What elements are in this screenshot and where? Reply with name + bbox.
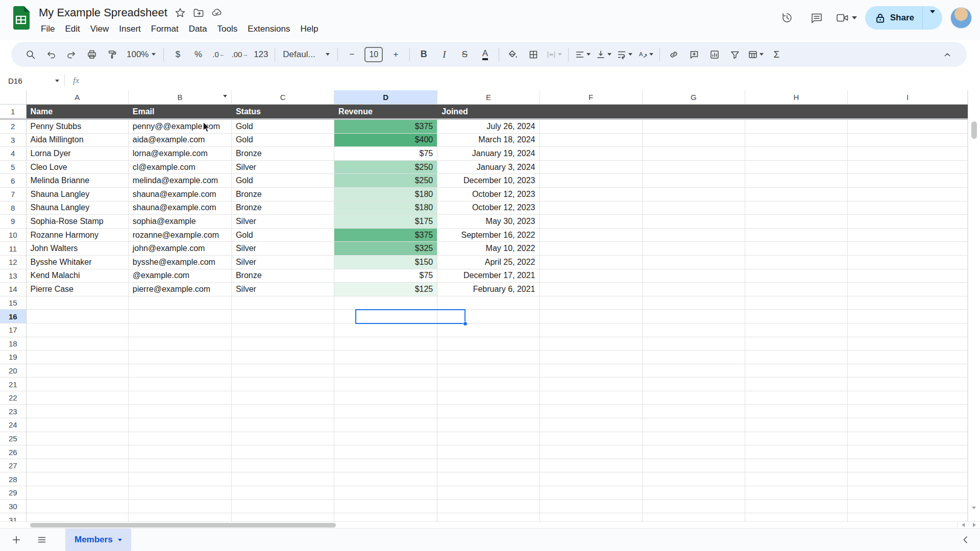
cell-A11[interactable]: John Walters [27,242,129,256]
cell-F7[interactable] [540,188,643,202]
cell-C5[interactable]: Silver [232,161,334,174]
cell-E6[interactable]: December 10, 2023 [437,174,540,188]
column-header-D[interactable]: D [334,90,437,105]
cell-I17[interactable] [848,323,968,337]
vertical-scrollbar[interactable] [968,90,980,521]
functions-button[interactable]: Σ [766,46,787,63]
cell-B15[interactable] [129,296,232,310]
horizontal-align-button[interactable] [572,46,593,63]
cell-D27[interactable] [334,459,437,473]
sheets-logo-icon[interactable] [12,6,30,30]
column-header-C[interactable]: C [232,90,334,105]
row-header-4[interactable]: 4 [0,147,27,161]
fill-color-button[interactable] [503,46,523,63]
row-header-2[interactable]: 2 [0,120,27,134]
share-dropdown[interactable] [923,13,942,22]
redo-button[interactable] [61,46,82,63]
cell-D6[interactable]: $250 [334,174,437,188]
cell-B25[interactable] [129,432,232,446]
cell-A30[interactable] [27,500,129,514]
cell-C16[interactable] [232,310,334,323]
cell-D10[interactable]: $375 [334,229,437,242]
comment-history-icon[interactable] [806,7,827,29]
cell-B27[interactable] [129,459,232,473]
cell-G3[interactable] [643,134,745,147]
cell-G9[interactable] [643,215,745,229]
cell-F3[interactable] [540,134,643,147]
row-header-16[interactable]: 16 [0,310,27,323]
cell-I16[interactable] [848,310,968,323]
row-header-13[interactable]: 13 [0,269,27,283]
row-header-12[interactable]: 12 [0,256,27,269]
cell-I29[interactable] [848,486,968,500]
cell-I24[interactable] [848,418,968,432]
cell-G23[interactable] [643,405,745,418]
cell-E11[interactable]: May 10, 2022 [437,242,540,256]
cell-F30[interactable] [540,500,643,514]
cell-D7[interactable]: $180 [334,188,437,202]
cell-H1[interactable] [745,105,848,118]
scroll-right-icon[interactable] [973,523,976,527]
vertical-scrollbar-thumb[interactable] [971,121,977,139]
cell-I25[interactable] [848,432,968,446]
cell-A21[interactable] [27,378,129,391]
cell-H22[interactable] [745,391,848,405]
cell-H13[interactable] [745,269,848,283]
horizontal-scrollbar[interactable] [0,521,980,529]
formula-input[interactable] [86,71,980,90]
cell-H12[interactable] [745,256,848,269]
cell-C4[interactable]: Bronze [232,147,334,161]
decrease-font-size-button[interactable]: − [341,46,362,63]
cell-D3[interactable]: $400 [334,134,437,147]
cell-B6[interactable]: melinda@example.com [129,174,232,188]
cell-D21[interactable] [334,378,437,391]
cell-H10[interactable] [745,229,848,242]
cloud-status-icon[interactable] [211,7,223,18]
cell-C24[interactable] [232,418,334,432]
row-header-24[interactable]: 24 [0,418,27,432]
cell-B31[interactable] [129,513,232,521]
cell-A25[interactable] [27,432,129,446]
cell-H16[interactable] [745,310,848,323]
select-all-corner[interactable] [0,90,27,105]
scroll-left-icon[interactable] [962,523,965,527]
cell-C31[interactable] [232,513,334,521]
cell-E17[interactable] [437,323,540,337]
cell-C11[interactable]: Silver [232,242,334,256]
cell-E27[interactable] [437,459,540,473]
cell-I21[interactable] [848,378,968,391]
cell-A27[interactable] [27,459,129,473]
cell-E5[interactable]: January 3, 2024 [437,161,540,174]
font-family-control[interactable]: Defaul... [279,46,334,63]
cell-G28[interactable] [643,472,745,486]
cell-D15[interactable] [334,296,437,310]
cell-F15[interactable] [540,296,643,310]
row-header-8[interactable]: 8 [0,202,27,215]
cell-E21[interactable] [437,378,540,391]
insert-link-button[interactable] [664,46,684,63]
cell-H6[interactable] [745,174,848,188]
undo-button[interactable] [41,46,61,63]
row-header-26[interactable]: 26 [0,445,27,459]
cell-I3[interactable] [848,134,968,147]
decrease-decimal-button[interactable]: .0← [208,46,229,63]
cell-H19[interactable] [745,350,848,364]
cell-G24[interactable] [643,418,745,432]
more-formats-button[interactable]: 123 [251,46,271,63]
cell-G19[interactable] [643,350,745,364]
cell-I14[interactable] [848,283,968,296]
cell-D11[interactable]: $325 [334,242,437,256]
cell-F28[interactable] [540,472,643,486]
cell-H5[interactable] [745,161,848,174]
print-button[interactable] [82,46,102,63]
selected-cell-outline[interactable] [355,309,465,324]
cell-C30[interactable] [232,500,334,514]
scroll-down-icon[interactable] [972,509,976,518]
cell-A19[interactable] [27,350,129,364]
cell-F2[interactable] [540,120,643,134]
cell-D28[interactable] [334,472,437,486]
cell-G13[interactable] [643,269,745,283]
row-header-15[interactable]: 15 [0,296,27,310]
name-box[interactable]: D16 [0,77,64,85]
cell-A22[interactable] [27,391,129,405]
